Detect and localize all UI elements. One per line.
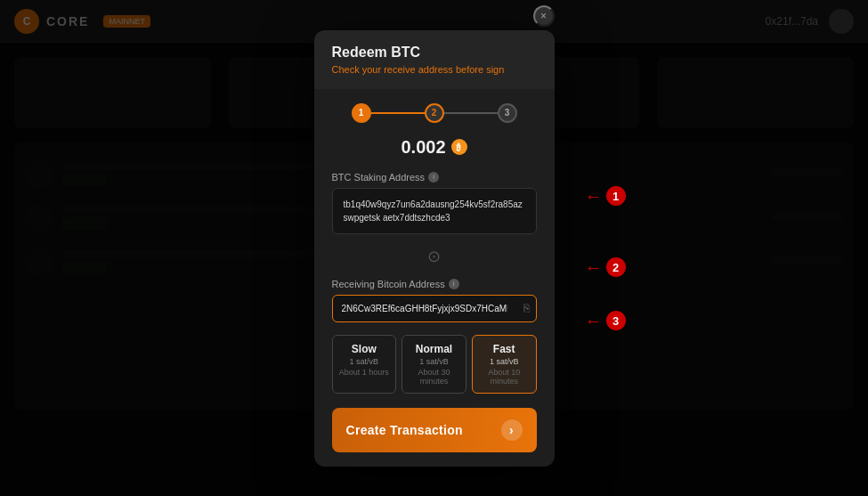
staking-info-icon[interactable]: i (428, 172, 439, 183)
step-1: 1 (352, 103, 371, 123)
step-3-label: 3 (505, 108, 510, 118)
annotation-1: ← 1 (585, 186, 626, 207)
step-line-1 (371, 112, 425, 114)
amount-number: 0.002 (401, 137, 445, 158)
create-btn-label: Create Transaction (346, 423, 463, 437)
create-btn-arrow-icon: › (501, 419, 523, 441)
modal-title: Redeem BTC (332, 45, 537, 61)
modal-overlay: × Redeem BTC Check your receive address … (0, 0, 868, 496)
annotation-2-label: 2 (606, 257, 626, 277)
speed-normal-time: About 30 minutes (406, 368, 462, 386)
receiving-label-text: Receiving Bitcoin Address (332, 279, 445, 289)
amount-value: 0.002 ₿ (332, 137, 537, 158)
staking-label-text: BTC Staking Address (332, 172, 426, 183)
step-1-label: 1 (359, 108, 364, 118)
speed-slow-rate: 1 sat/vB (337, 357, 393, 366)
staking-address: tb1q40w9qyz7un6a2dausng254kv5sf2ra85azsw… (332, 188, 537, 234)
step-2-label: 2 (432, 108, 437, 118)
modal-body: 1 2 3 0.002 ₿ (314, 89, 555, 467)
speed-slow-name: Slow (337, 343, 393, 355)
redeem-modal: Redeem BTC Check your receive address be… (314, 30, 555, 467)
step-line-2 (444, 112, 498, 114)
paste-icon[interactable]: ⎘ (523, 302, 530, 314)
receiving-address-input[interactable] (332, 295, 537, 322)
annotation-2: ← 2 (585, 257, 626, 278)
btc-icon: ₿ (451, 139, 467, 155)
speed-normal-rate: 1 sat/vB (406, 357, 462, 366)
close-icon: × (540, 10, 547, 22)
arrow-3-icon: ← (585, 311, 603, 331)
speed-normal-name: Normal (406, 343, 462, 355)
arrow-1-icon: ← (585, 186, 603, 207)
annotation-1-label: 1 (606, 186, 626, 206)
down-arrow-icon: ⊙ (427, 248, 441, 265)
amount-display: 0.002 ₿ (332, 137, 537, 158)
speed-slow[interactable]: Slow 1 sat/vB About 1 hours (332, 335, 397, 394)
receiving-label: Receiving Bitcoin Address i (332, 279, 537, 289)
receiving-address-wrapper: ⎘ (332, 295, 537, 322)
speed-fast-name: Fast (476, 343, 532, 355)
step-3: 3 (498, 103, 517, 123)
speed-fast[interactable]: Fast 1 sat/vB About 10 minutes (472, 335, 537, 394)
modal-subtitle: Check your receive address before sign (332, 64, 537, 75)
create-transaction-button[interactable]: Create Transaction › (332, 408, 537, 452)
modal-header: Redeem BTC Check your receive address be… (314, 30, 555, 89)
speed-normal[interactable]: Normal 1 sat/vB About 30 minutes (402, 335, 466, 394)
step-indicator: 1 2 3 (332, 103, 537, 123)
divider: ⊙ (332, 247, 537, 266)
speed-slow-time: About 1 hours (337, 368, 393, 377)
annotation-3-label: 3 (606, 311, 626, 330)
close-button[interactable]: × (533, 5, 555, 27)
annotation-3: ← 3 (585, 311, 626, 331)
staking-label: BTC Staking Address i (332, 172, 537, 183)
speed-fast-time: About 10 minutes (476, 368, 532, 386)
arrow-2-icon: ← (585, 257, 603, 278)
speed-options: Slow 1 sat/vB About 1 hours Normal 1 sat… (332, 335, 537, 394)
receiving-info-icon[interactable]: i (449, 279, 459, 289)
speed-fast-rate: 1 sat/vB (476, 357, 532, 366)
step-2: 2 (425, 103, 444, 123)
